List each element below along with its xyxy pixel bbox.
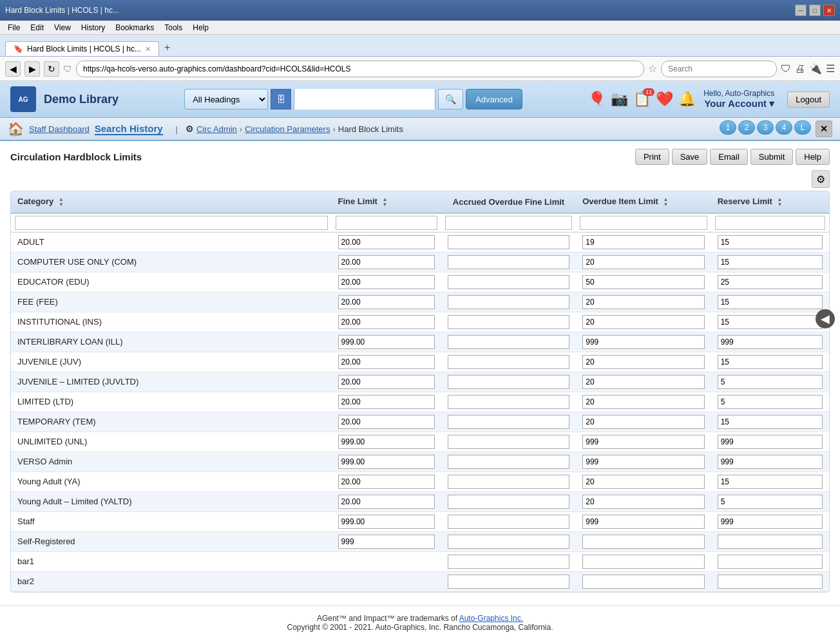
database-icon[interactable]: 🗄: [271, 89, 291, 109]
input-fine-limit[interactable]: [338, 455, 435, 469]
input-fine-limit[interactable]: [338, 475, 435, 489]
input-reserve[interactable]: [718, 295, 823, 309]
input-accrued[interactable]: [448, 415, 569, 429]
input-accrued[interactable]: [448, 235, 569, 249]
input-accrued[interactable]: [448, 375, 569, 389]
input-reserve[interactable]: [718, 335, 823, 349]
sort-reserve-arrows[interactable]: ▲▼: [778, 197, 783, 207]
shield-addon-icon[interactable]: 🛡: [781, 63, 791, 75]
input-overdue-item[interactable]: [582, 415, 704, 429]
heart-icon[interactable]: ❤️: [656, 91, 673, 108]
input-fine-limit[interactable]: [338, 295, 435, 309]
submit-button[interactable]: Submit: [750, 149, 793, 165]
scroll-left-arrow[interactable]: ◀: [816, 309, 835, 328]
filter-reserve-input[interactable]: [715, 216, 825, 230]
input-accrued[interactable]: [448, 495, 569, 509]
breadcrumb-circ-admin[interactable]: Circ Admin: [196, 124, 237, 134]
input-accrued[interactable]: [448, 315, 569, 329]
input-overdue-item[interactable]: [582, 275, 704, 289]
address-input[interactable]: [76, 61, 644, 77]
close-panel-button[interactable]: ✕: [816, 120, 832, 137]
input-fine-limit[interactable]: [338, 335, 435, 349]
logout-button[interactable]: Logout: [787, 91, 830, 108]
new-tab-button[interactable]: +: [159, 39, 175, 56]
input-fine-limit[interactable]: [338, 495, 435, 509]
column-reserve[interactable]: Reserve Limit ▲▼: [711, 191, 829, 213]
input-overdue-item[interactable]: [582, 395, 704, 409]
input-overdue-item[interactable]: [582, 335, 704, 349]
input-reserve[interactable]: [718, 375, 823, 389]
sort-overdue-arrows[interactable]: ▲▼: [663, 197, 669, 207]
input-accrued[interactable]: [448, 355, 569, 369]
input-accrued[interactable]: [448, 275, 569, 289]
menu-edit[interactable]: Edit: [25, 22, 49, 33]
input-accrued[interactable]: [448, 455, 569, 469]
input-overdue-item[interactable]: [582, 255, 704, 269]
printer-icon[interactable]: 🖨: [795, 63, 805, 75]
main-search-input[interactable]: [294, 89, 435, 109]
filter-accrued-input[interactable]: [445, 216, 572, 230]
input-accrued[interactable]: [448, 575, 569, 589]
input-fine-limit[interactable]: [338, 235, 435, 249]
settings-gear-button[interactable]: ⚙: [812, 170, 830, 188]
home-icon[interactable]: 🏠: [8, 121, 24, 137]
bell-icon[interactable]: 🔔: [678, 91, 696, 108]
save-button[interactable]: Save: [672, 149, 708, 165]
input-reserve[interactable]: [718, 555, 823, 569]
page-1-button[interactable]: 1: [720, 120, 736, 135]
input-accrued[interactable]: [448, 555, 569, 569]
input-overdue-item[interactable]: [582, 515, 704, 529]
tab-close-button[interactable]: ✕: [145, 45, 151, 53]
column-fine-limit[interactable]: Fine Limit ▲▼: [332, 191, 441, 213]
input-overdue-item[interactable]: [582, 355, 704, 369]
maximize-button[interactable]: □: [809, 5, 821, 16]
input-reserve[interactable]: [718, 355, 823, 369]
menu-help[interactable]: Help: [187, 22, 214, 33]
input-reserve[interactable]: [718, 475, 823, 489]
input-overdue-item[interactable]: [582, 575, 704, 589]
page-3-button[interactable]: 3: [757, 120, 774, 135]
input-reserve[interactable]: [718, 415, 823, 429]
filter-category-input[interactable]: [15, 216, 328, 230]
input-fine-limit[interactable]: [338, 375, 435, 389]
input-overdue-item[interactable]: [582, 315, 704, 329]
input-reserve[interactable]: [718, 455, 823, 469]
menu-view[interactable]: View: [49, 22, 76, 33]
input-fine-limit[interactable]: [338, 435, 435, 449]
input-accrued[interactable]: [448, 395, 569, 409]
input-fine-limit[interactable]: [338, 355, 435, 369]
input-overdue-item[interactable]: [582, 375, 704, 389]
input-overdue-item[interactable]: [582, 455, 704, 469]
input-reserve[interactable]: [718, 395, 823, 409]
refresh-button[interactable]: ↻: [44, 61, 59, 77]
sort-fine-arrows[interactable]: ▲▼: [383, 197, 388, 207]
sort-category-arrows[interactable]: ▲▼: [59, 197, 64, 207]
page-4-button[interactable]: 4: [776, 120, 792, 135]
input-accrued[interactable]: [448, 535, 569, 549]
input-overdue-item[interactable]: [582, 235, 704, 249]
input-fine-limit[interactable]: [338, 515, 435, 529]
page-2-button[interactable]: 2: [738, 120, 755, 135]
page-l-button[interactable]: L: [794, 120, 811, 135]
minimize-button[interactable]: ─: [795, 5, 807, 16]
forward-button[interactable]: ▶: [24, 61, 40, 77]
input-accrued[interactable]: [448, 295, 569, 309]
list-icon[interactable]: 📋 11: [633, 91, 651, 108]
input-overdue-item[interactable]: [582, 495, 704, 509]
input-accrued[interactable]: [448, 335, 569, 349]
staff-dashboard-link[interactable]: Staff Dashboard: [29, 124, 90, 134]
input-fine-limit[interactable]: [338, 255, 435, 269]
input-accrued[interactable]: [448, 515, 569, 529]
active-tab[interactable]: 🔖 Hard Block Limits | HCOLS | hc... ✕: [5, 41, 159, 56]
input-fine-limit[interactable]: [338, 535, 435, 549]
search-history-tab[interactable]: Search History: [95, 123, 163, 135]
input-overdue-item[interactable]: [582, 475, 704, 489]
browser-search-input[interactable]: [661, 61, 777, 77]
advanced-button[interactable]: Advanced: [466, 89, 522, 109]
help-button[interactable]: Help: [796, 149, 830, 165]
breadcrumb-circulation-parameters[interactable]: Circulation Parameters: [245, 124, 330, 134]
footer-company-link[interactable]: Auto-Graphics Inc.: [459, 614, 523, 623]
input-reserve[interactable]: [718, 575, 823, 589]
account-dropdown[interactable]: Your Account ▾: [704, 98, 774, 109]
menu-bookmarks[interactable]: Bookmarks: [110, 22, 159, 33]
